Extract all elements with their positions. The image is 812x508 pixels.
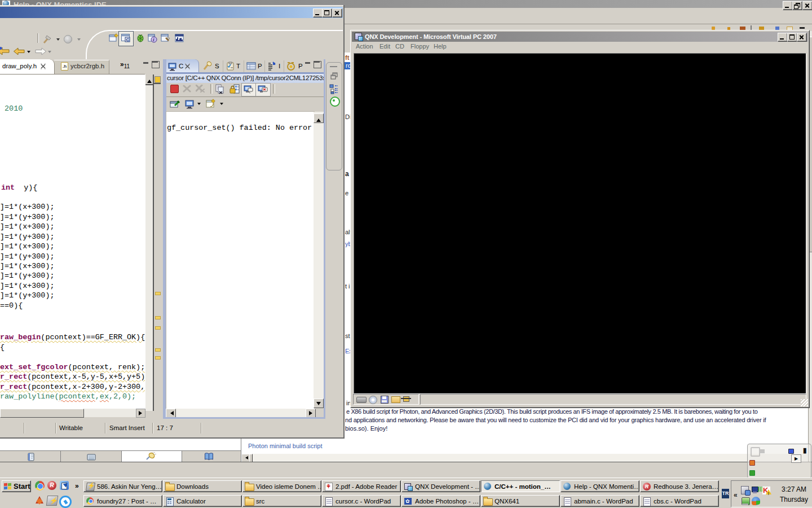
- svg-text:C: C: [126, 37, 130, 42]
